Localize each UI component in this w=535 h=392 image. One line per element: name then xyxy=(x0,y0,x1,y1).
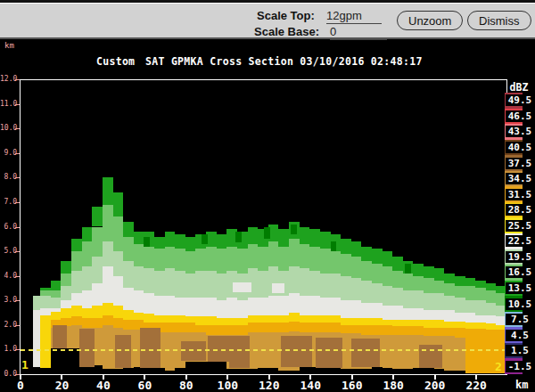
echo-band-segment xyxy=(61,308,71,318)
echo-band-segment xyxy=(403,320,414,326)
echo-band-segment xyxy=(392,320,403,326)
echo-band-segment xyxy=(113,192,124,217)
echo-band-segment xyxy=(455,338,465,371)
echo-band-segment xyxy=(455,298,465,313)
echo-band-segment xyxy=(403,326,414,335)
scale-base-input[interactable]: 0 xyxy=(330,25,387,40)
colorbar-cell-label: 37.5 xyxy=(506,158,534,169)
echo-band-segment xyxy=(92,318,103,328)
x-axis-tick-label: 40 xyxy=(90,379,117,392)
echo-band-segment xyxy=(309,247,320,272)
echo-patch xyxy=(144,237,150,247)
echo-band-segment xyxy=(392,257,403,272)
colorbar-cell xyxy=(505,343,523,359)
x-axis-tick-label: 220 xyxy=(463,379,490,392)
echo-band-segment xyxy=(289,313,300,322)
echo-band-segment xyxy=(372,249,383,264)
echo-band-segment xyxy=(361,325,372,335)
colorbar-cell xyxy=(505,312,523,328)
colorbar-cell xyxy=(505,233,523,249)
unzoom-button[interactable]: Unzoom xyxy=(397,11,463,30)
echo-band-segment xyxy=(341,276,351,301)
echo-band-segment xyxy=(82,266,93,291)
echo-band-segment xyxy=(300,315,310,323)
echo-band-segment xyxy=(424,320,434,327)
echo-band-segment xyxy=(434,293,445,310)
echo-band-segment xyxy=(268,296,279,315)
echo-band-segment xyxy=(134,313,144,320)
colorbar-cell-label: 31.5 xyxy=(506,189,534,200)
colorbar-cell-label: 4.5 xyxy=(506,330,534,341)
echo-band-segment xyxy=(341,300,351,317)
cross-section-plot[interactable] xyxy=(21,80,506,374)
colorbar-cell xyxy=(505,202,523,218)
echo-band-segment xyxy=(144,314,154,323)
echo-band-segment xyxy=(71,271,82,293)
y-axis-tick-label: 6.0 xyxy=(0,223,17,231)
echo-band-segment xyxy=(465,313,476,323)
echo-band-segment xyxy=(300,227,310,244)
echo-band-segment xyxy=(361,281,372,303)
echo-band-segment xyxy=(113,276,124,306)
echo-patch xyxy=(202,234,208,244)
echo-band-segment xyxy=(278,315,289,323)
dismiss-button[interactable]: Dismiss xyxy=(467,11,531,30)
echo-band-segment xyxy=(351,318,362,325)
echo-band-segment xyxy=(496,286,506,293)
y-axis-tick-label: 8.0 xyxy=(0,173,17,181)
echo-band-segment xyxy=(103,325,113,370)
colorbar-cell-label: 16.5 xyxy=(506,266,534,278)
echo-band-segment xyxy=(444,310,455,321)
echo-band-segment xyxy=(300,244,310,269)
echo-band-segment xyxy=(237,300,248,317)
echo-band-segment xyxy=(403,335,414,370)
echo-band-segment xyxy=(154,249,165,271)
echo-band-segment xyxy=(320,274,331,298)
echo-band-segment xyxy=(185,251,196,274)
colorbar-cell-label: 34.5 xyxy=(506,173,534,184)
echo-band-segment xyxy=(61,261,71,274)
echo-patch xyxy=(79,329,94,367)
y-axis-tick-label: 4.0 xyxy=(0,272,17,280)
echo-band-segment xyxy=(226,247,237,272)
colorbar-cell-label: 28.5 xyxy=(506,204,534,216)
echo-band-segment xyxy=(61,274,71,286)
echo-band-segment xyxy=(465,278,476,285)
x-axis-tick-label: 60 xyxy=(131,379,158,392)
y-axis-unit-label: km xyxy=(4,41,14,50)
echo-band-segment xyxy=(33,310,40,366)
graph-title: SAT GPMKA Cross Section 03/10/2016 02:48… xyxy=(145,55,423,68)
echo-band-segment xyxy=(206,316,217,325)
x-axis-tick-label: 80 xyxy=(173,379,200,392)
echo-band-segment xyxy=(341,325,351,334)
echo-band-segment xyxy=(40,315,51,368)
echo-band-segment xyxy=(82,227,93,242)
echo-band-segment xyxy=(103,177,113,204)
echo-band-segment xyxy=(403,274,414,290)
echo-band-segment xyxy=(424,310,434,320)
echo-band-segment xyxy=(258,271,268,298)
echo-band-segment xyxy=(289,293,300,313)
echo-band-segment xyxy=(413,290,424,307)
echo-band-segment xyxy=(361,318,372,325)
echo-patch xyxy=(115,335,132,368)
echo-band-segment xyxy=(309,296,320,315)
y-axis-tick-label: 3.0 xyxy=(0,296,17,304)
echo-band-segment xyxy=(278,229,289,246)
x-axis-tick-label: 20 xyxy=(48,379,75,392)
echo-band-segment xyxy=(185,298,196,316)
echo-band-segment xyxy=(206,298,217,316)
echo-band-segment xyxy=(300,296,310,315)
echo-band-segment xyxy=(237,318,248,325)
colorbar-cell-label: 10.5 xyxy=(506,298,534,310)
x-axis-tick-label: 140 xyxy=(297,379,324,392)
echo-band-segment xyxy=(185,237,196,252)
echo-band-segment xyxy=(113,216,124,251)
echo-band-segment xyxy=(455,313,465,322)
echo-band-segment xyxy=(134,244,144,266)
colorbar-cell xyxy=(505,124,523,140)
scale-top-input[interactable]: 12gpm xyxy=(326,9,382,24)
scale-top-label: Scale Top: xyxy=(257,9,315,22)
colorbar-cell xyxy=(505,109,523,125)
echo-band-segment xyxy=(103,303,113,315)
